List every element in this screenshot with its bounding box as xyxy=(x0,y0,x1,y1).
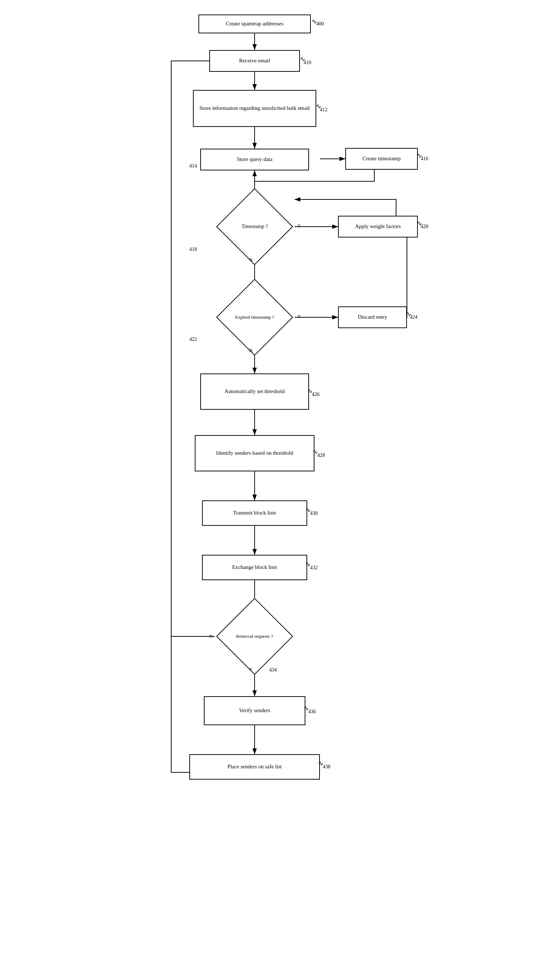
store-info-box: Store information regarding unsolicited … xyxy=(193,90,316,127)
create-timestamp-box: Create timestamp xyxy=(345,148,418,170)
ref-418: 418 xyxy=(189,247,197,252)
squiggle-410: ∿ xyxy=(300,55,305,63)
squiggle-430: ∿ xyxy=(305,506,311,514)
identify-senders-label: Identify senders based on threshold xyxy=(216,450,293,457)
ref-428: 428 xyxy=(317,452,325,458)
exchange-block-box: Exchange block lists xyxy=(202,555,307,580)
safe-list-box: Place senders on safe list xyxy=(189,754,320,780)
expired-y-label: Y xyxy=(297,314,301,319)
create-spamtrap-box: Create spamtrap addresses xyxy=(198,14,311,33)
create-timestamp-label: Create timestamp xyxy=(362,155,400,162)
squiggle-424: ∿ xyxy=(406,310,411,318)
expired-n-label: N xyxy=(249,347,252,353)
receive-email-box: Receive email xyxy=(209,50,300,72)
apply-weight-box: Apply weight factors xyxy=(338,216,418,238)
removal-y-label: Y xyxy=(249,666,252,672)
timestamp-diamond-wrap: Timestamp ? xyxy=(217,200,293,254)
exchange-block-label: Exchange block lists xyxy=(232,564,277,571)
squiggle-416: ∿ xyxy=(417,152,422,160)
discard-entry-box: Discard entry xyxy=(338,306,407,328)
timestamp-y-label: Y xyxy=(297,223,301,229)
timestamp-label: Timestamp ? xyxy=(217,200,293,254)
create-spamtrap-label: Create spamtrap addresses xyxy=(225,20,283,27)
verify-senders-box: Verify senders xyxy=(204,696,305,725)
store-query-label: Store query data xyxy=(237,156,272,163)
ref-432: 432 xyxy=(310,565,318,571)
squiggle-436: ∿ xyxy=(304,704,309,712)
ref-438: 438 xyxy=(323,764,330,770)
ref-414: 414 xyxy=(189,163,197,169)
removal-diamond-wrap: Removal requests ? xyxy=(217,609,293,663)
squiggle-428: ∿ xyxy=(313,448,318,456)
store-query-box: Store query data xyxy=(200,149,309,170)
squiggle-420: ∿ xyxy=(417,219,422,227)
expired-diamond-wrap: Expired timestamp ? xyxy=(217,290,293,344)
ref-430: 430 xyxy=(310,511,318,516)
apply-weight-label: Apply weight factors xyxy=(355,223,401,230)
squiggle-400: ∿ xyxy=(311,17,317,25)
squiggle-412: ∿ xyxy=(316,102,321,110)
ref-426: 426 xyxy=(312,392,319,397)
safe-list-label: Place senders on safe list xyxy=(227,763,282,771)
ref-400: 400 xyxy=(316,21,324,27)
squiggle-426: ∿ xyxy=(307,387,313,395)
ref-422: 422 xyxy=(189,336,197,342)
discard-entry-label: Discard entry xyxy=(358,314,387,321)
ref-434: 434 xyxy=(269,667,277,673)
removal-label: Removal requests ? xyxy=(217,609,293,663)
transmit-block-box: Transmit block lists xyxy=(202,500,307,526)
identify-senders-box: Identify senders based on threshold xyxy=(195,435,314,471)
expired-label: Expired timestamp ? xyxy=(217,290,293,344)
flowchart: Create spamtrap addresses 400 ∿ Receive … xyxy=(142,7,418,950)
removal-n-label: N xyxy=(209,633,213,639)
auto-threshold-box: Automatically set threshold xyxy=(200,373,309,410)
verify-senders-label: Verify senders xyxy=(239,707,270,714)
ref-436: 436 xyxy=(308,709,316,715)
squiggle-432: ∿ xyxy=(305,560,311,568)
timestamp-n-label: N xyxy=(249,257,252,263)
squiggle-438: ∿ xyxy=(318,759,324,767)
transmit-block-label: Transmit block lists xyxy=(233,509,276,517)
auto-threshold-label: Automatically set threshold xyxy=(225,388,285,395)
receive-email-label: Receive email xyxy=(239,57,270,65)
store-info-label: Store information regarding unsolicited … xyxy=(200,105,310,112)
